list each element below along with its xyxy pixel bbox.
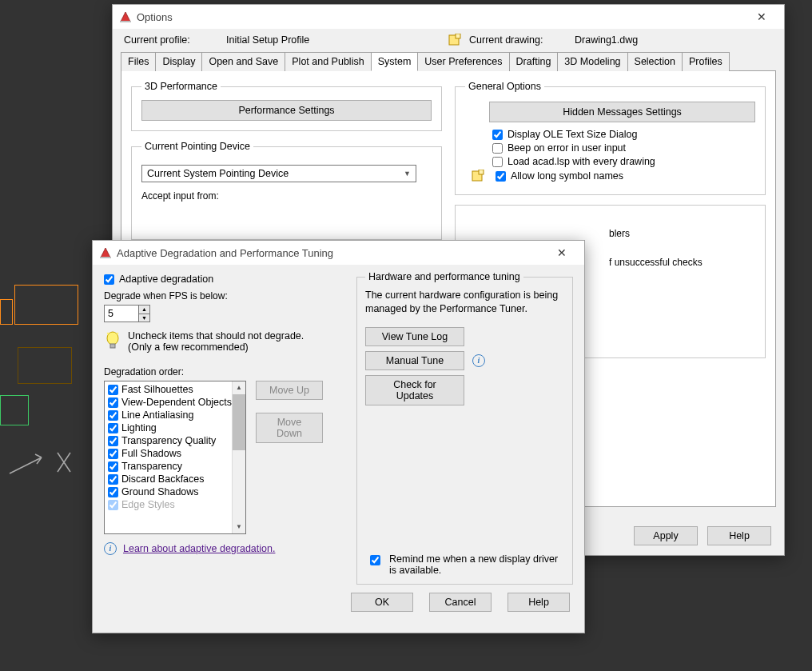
tab-user-preferences[interactable]: User Preferences <box>417 52 509 71</box>
allow-long-row: Allow long symbol names <box>472 170 755 182</box>
fieldset-pointing-device: Current Pointing Device Current System P… <box>131 141 442 240</box>
adaptive-degradation-checkbox[interactable]: Adaptive degradation <box>104 274 344 285</box>
options-title: Options <box>137 11 746 23</box>
scrollbar-thumb[interactable] <box>233 394 245 450</box>
tab-drafting[interactable]: Drafting <box>509 52 559 71</box>
move-up-button[interactable]: Move Up <box>256 381 323 400</box>
app-icon <box>119 10 132 23</box>
drawing-value: Drawing1.dwg <box>575 34 638 46</box>
app-icon <box>99 246 112 259</box>
tab-files[interactable]: Files <box>121 52 156 71</box>
learn-link[interactable]: Learn about adaptive degradation. <box>123 543 275 554</box>
hint-line1: Uncheck items that should not degrade. <box>128 330 304 341</box>
fps-spinbox[interactable]: ▲▼ <box>104 305 150 322</box>
pointing-device-value: Current System Pointing Device <box>147 168 289 179</box>
adaptive-body: Adaptive degradation Degrade when FPS is… <box>93 265 584 586</box>
obscured-text-1: blers <box>609 228 755 239</box>
view-tune-log-button[interactable]: View Tune Log <box>365 327 464 346</box>
adaptive-cancel-button[interactable]: Cancel <box>429 593 492 612</box>
pointing-device-select[interactable]: Current System Pointing Device ▼ <box>141 165 416 182</box>
svg-rect-2 <box>456 34 460 38</box>
hardware-description: The current hardware configuration is be… <box>365 289 564 316</box>
list-item: Full Shadows <box>106 447 244 460</box>
manual-tune-button[interactable]: Manual Tune <box>365 351 464 370</box>
adaptive-title: Adaptive Degradation and Performance Tun… <box>117 247 546 259</box>
close-icon[interactable]: ✕ <box>546 243 578 262</box>
list-item: Edge Styles <box>106 498 244 511</box>
bg-rect <box>18 347 72 384</box>
options-apply-button[interactable]: Apply <box>634 526 698 545</box>
check-updates-button[interactable]: Check for Updates <box>365 375 464 405</box>
degrade-fps-label: Degrade when FPS is below: <box>104 290 344 302</box>
fps-input[interactable] <box>105 306 138 322</box>
adaptive-right-pane: Hardware and performance tuning The curr… <box>356 271 573 583</box>
list-item: Line Antialiasing <box>106 409 244 421</box>
beep-error-checkbox[interactable]: Beep on error in user input <box>492 142 755 154</box>
drawing-file-icon <box>472 170 484 182</box>
fieldset-hardware-tuning: Hardware and performance tuning The curr… <box>356 271 573 585</box>
tab-plot-publish[interactable]: Plot and Publish <box>285 52 371 71</box>
adaptive-help-button[interactable]: Help <box>508 593 570 612</box>
adaptive-dialog: Adaptive Degradation and Performance Tun… <box>92 240 585 633</box>
accept-input-label: Accept input from: <box>141 190 432 202</box>
remind-checkbox[interactable]: Remind me when a new display driver is a… <box>367 553 563 576</box>
profile-value: Initial Setup Profile <box>226 34 448 46</box>
tab-system[interactable]: System <box>371 52 419 71</box>
svg-rect-0 <box>120 21 131 22</box>
fieldset-3d-performance: 3D Performance Performance Settings <box>131 81 442 131</box>
list-item: Fast Silhouettes <box>106 383 244 396</box>
list-item: View-Dependent Objects <box>106 396 244 409</box>
allow-long-checkbox[interactable] <box>496 171 506 182</box>
svg-point-9 <box>107 333 109 335</box>
list-item: Transparency <box>106 460 244 473</box>
move-down-button[interactable]: Move Down <box>256 413 323 443</box>
list-item: Transparency Quality <box>106 434 244 447</box>
profile-label: Current profile: <box>124 34 226 46</box>
legend-3d-performance: 3D Performance <box>141 81 221 92</box>
scroll-up-icon[interactable]: ▲ <box>233 381 245 394</box>
bg-rect <box>0 395 29 425</box>
list-item: Ground Shadows <box>106 485 244 498</box>
spin-up-icon[interactable]: ▲ <box>139 306 149 314</box>
adaptive-left-pane: Adaptive degradation Degrade when FPS is… <box>104 271 344 583</box>
legend-pointing-device: Current Pointing Device <box>141 141 253 152</box>
info-icon: i <box>104 542 117 555</box>
adaptive-ok-button[interactable]: OK <box>351 593 413 612</box>
info-icon: i <box>472 354 485 367</box>
tab-display[interactable]: Display <box>155 52 202 71</box>
spin-down-icon[interactable]: ▼ <box>139 314 149 322</box>
lightbulb-icon <box>104 330 121 355</box>
close-icon[interactable]: ✕ <box>746 7 778 26</box>
options-titlebar[interactable]: Options ✕ <box>113 5 784 29</box>
legend-general-options: General Options <box>465 81 544 92</box>
load-acad-checkbox[interactable]: Load acad.lsp with every drawing <box>492 156 755 167</box>
list-item: Lighting <box>106 421 244 434</box>
hidden-messages-button[interactable]: Hidden Messages Settings <box>489 102 755 122</box>
display-ole-checkbox[interactable]: Display OLE Text Size Dialog <box>492 129 755 140</box>
tab-selection[interactable]: Selection <box>627 52 683 71</box>
bg-rect <box>0 299 13 325</box>
fieldset-general-options: General Options Hidden Messages Settings… <box>455 81 766 195</box>
degradation-order-listbox[interactable]: Fast Silhouettes View-Dependent Objects … <box>104 381 246 534</box>
tab-profiles[interactable]: Profiles <box>682 52 730 71</box>
hint-line2: (Only a few recommended) <box>128 341 304 353</box>
performance-settings-button[interactable]: Performance Settings <box>141 100 432 121</box>
chevron-down-icon: ▼ <box>404 170 411 178</box>
obscured-text-2: f unsuccessful checks <box>609 257 755 268</box>
svg-rect-7 <box>110 344 115 348</box>
degradation-order-label: Degradation order: <box>104 366 344 377</box>
legend-hardware-tuning: Hardware and performance tuning <box>365 271 523 282</box>
bg-arrow <box>8 446 72 478</box>
svg-rect-5 <box>100 257 111 258</box>
tab-open-save[interactable]: Open and Save <box>201 52 285 71</box>
adaptive-titlebar[interactable]: Adaptive Degradation and Performance Tun… <box>93 241 584 265</box>
drawing-label: Current drawing: <box>469 34 575 46</box>
profile-row: Current profile: Initial Setup Profile C… <box>113 29 784 48</box>
tab-3d-modeling[interactable]: 3D Modeling <box>557 52 627 71</box>
bg-rect <box>14 285 78 325</box>
options-tabs: Files Display Open and Save Plot and Pub… <box>121 51 776 71</box>
hint-row: Uncheck items that should not degrade. (… <box>104 330 344 355</box>
svg-rect-4 <box>479 170 484 174</box>
options-help-button[interactable]: Help <box>707 526 771 545</box>
scroll-down-icon[interactable]: ▼ <box>233 521 245 533</box>
